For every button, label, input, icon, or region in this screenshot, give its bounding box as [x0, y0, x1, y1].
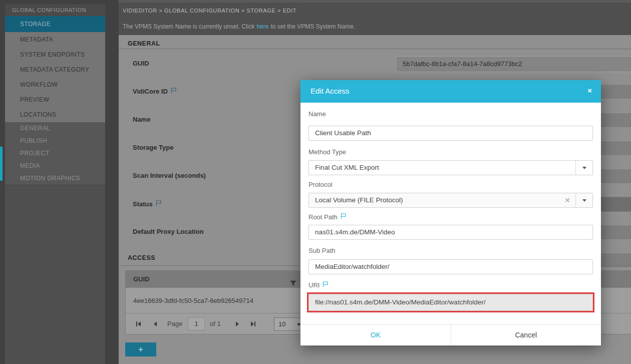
sidebar-accent-stripe: [0, 147, 3, 181]
modal-uri-label: URI: [308, 281, 329, 289]
flag-icon: [155, 200, 162, 208]
modal-title: Edit Access: [310, 87, 350, 95]
chevron-down-icon[interactable]: [575, 193, 592, 207]
uri-highlight-border: file://nas01.s4m.de/DMM-Video/MediaEdito…: [307, 292, 594, 312]
add-access-button[interactable]: +: [125, 342, 156, 356]
modal-footer: OK Cancel: [300, 324, 601, 345]
first-page-icon[interactable]: [136, 321, 142, 327]
modal-protocol-label: Protocol: [308, 181, 333, 188]
sidebar-item-metadata-category[interactable]: METADATA CATEGORY: [5, 62, 105, 77]
cancel-button[interactable]: Cancel: [451, 324, 601, 345]
page-label: Page: [167, 320, 182, 327]
sidebar-header: GLOBAL CONFIGURATION: [5, 4, 105, 16]
default-proxy-location-label: Default Proxy Location: [133, 228, 204, 235]
flag-icon: [340, 213, 347, 221]
status-label: Status: [133, 200, 162, 208]
sidebar-item-motion-graphics[interactable]: MOTION GRAPHICS: [5, 172, 105, 185]
modal-name-input[interactable]: Client Usable Path: [308, 126, 593, 141]
guid-label: GUID: [133, 60, 149, 67]
guid-value-field: 5b7dafbc-8b1a-cfa7-8a14-7a8cd9773bc2: [396, 56, 631, 72]
modal-root-path-input[interactable]: nas01.s4m.de/DMM-Video: [308, 225, 593, 240]
modal-sub-path-label: Sub Path: [308, 247, 336, 254]
sidebar-item-system-endpoints[interactable]: SYSTEM ENDPOINTS: [5, 47, 105, 62]
sidebar-item-storage[interactable]: STORAGE: [5, 16, 105, 32]
ok-button[interactable]: OK: [300, 324, 451, 345]
chevron-down-icon[interactable]: [575, 161, 592, 175]
modal-method-type-label: Method Type: [308, 148, 346, 156]
sidebar-item-workflow[interactable]: WORKFLOW: [5, 77, 105, 92]
notice-here-link[interactable]: here: [256, 23, 268, 30]
last-page-icon[interactable]: [250, 321, 256, 327]
page-number-input[interactable]: 1: [188, 317, 205, 330]
top-bar: VIDIEDITOR > GLOBAL CONFIGURATION > STOR…: [119, 0, 631, 35]
sidebar: GLOBAL CONFIGURATION STORAGE METADATA SY…: [5, 4, 105, 185]
vpms-notice: The VPMS System Name is currently unset.…: [123, 23, 355, 30]
next-page-icon[interactable]: [235, 321, 240, 327]
modal-root-path-label: Root Path: [308, 213, 347, 221]
guid-column-header: GUID: [133, 275, 150, 283]
sidebar-item-general[interactable]: GENERAL: [5, 122, 105, 135]
prev-page-icon[interactable]: [153, 321, 158, 327]
edit-access-modal: Edit Access × Name Client Usable Path Me…: [300, 80, 601, 345]
scan-interval-label: Scan Interval (seconds): [133, 172, 206, 179]
clear-icon[interactable]: ✕: [564, 193, 570, 207]
general-section-rule: [119, 49, 631, 49]
sidebar-filler: [5, 185, 105, 364]
sidebar-item-project[interactable]: PROJECT: [5, 147, 105, 160]
sidebar-group-secondary: GENERAL PUBLISH PROJECT MEDIA MOTION GRA…: [5, 122, 105, 185]
sidebar-column: GLOBAL CONFIGURATION STORAGE METADATA SY…: [0, 0, 119, 364]
vidicore-id-label: VidiCore ID: [133, 87, 177, 95]
modal-name-label: Name: [308, 110, 326, 118]
modal-uri-readonly-field: file://nas01.s4m.de/DMM-Video/MediaEdito…: [308, 294, 593, 311]
flag-icon: [322, 281, 329, 289]
access-section-heading: ACCESS: [128, 254, 155, 261]
close-icon[interactable]: ×: [587, 86, 592, 95]
modal-method-type-select[interactable]: Final Cut XML Export: [308, 160, 593, 175]
sidebar-item-preview[interactable]: PREVIEW: [5, 92, 105, 107]
general-section-heading: GENERAL: [128, 40, 160, 47]
sidebar-item-publish[interactable]: PUBLISH: [5, 135, 105, 147]
modal-header: Edit Access ×: [300, 80, 601, 103]
name-label: Name: [133, 116, 150, 123]
sidebar-item-media[interactable]: MEDIA: [5, 160, 105, 172]
notice-text-pre: The VPMS System Name is currently unset.…: [123, 23, 254, 30]
filter-funnel-icon[interactable]: [290, 276, 296, 292]
storage-type-label: Storage Type: [133, 144, 173, 151]
modal-sub-path-input[interactable]: MediaEditor/watchfolder/: [308, 259, 593, 274]
breadcrumb: VIDIEDITOR > GLOBAL CONFIGURATION > STOR…: [123, 8, 296, 14]
sidebar-item-locations[interactable]: LOCATIONS: [5, 107, 105, 122]
flag-icon: [170, 87, 177, 95]
notice-text-post: to set the VPMS System Name.: [270, 23, 355, 30]
app-root: GLOBAL CONFIGURATION STORAGE METADATA SY…: [0, 0, 631, 364]
modal-protocol-combobox[interactable]: Local Volume (FILE Protocol)✕: [308, 193, 593, 208]
page-of-label: of 1: [210, 320, 221, 327]
sidebar-item-metadata[interactable]: METADATA: [5, 32, 105, 47]
